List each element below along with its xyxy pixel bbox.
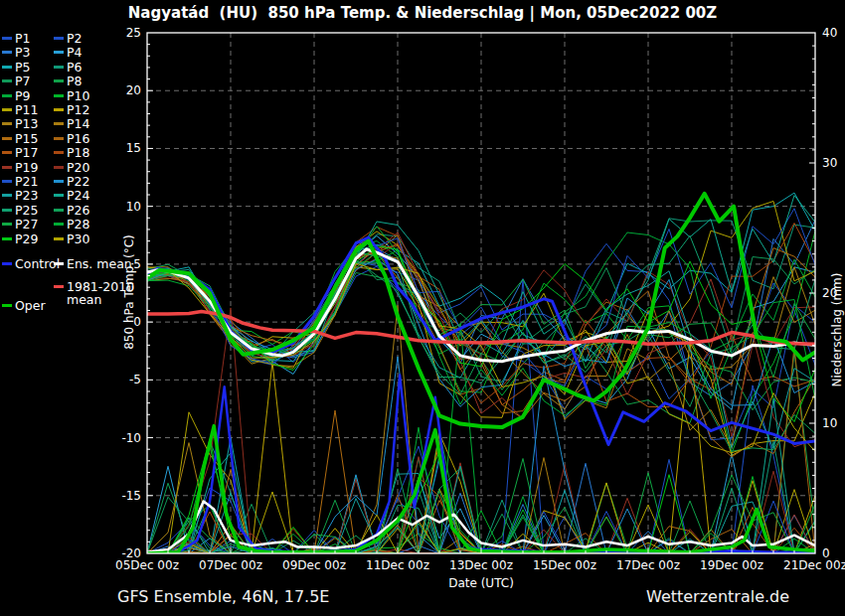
legend-item-p27-label: P27 — [15, 217, 38, 231]
legend-item-p12-swatch — [54, 108, 64, 111]
legend-item-oper-label: Oper — [15, 298, 46, 313]
y-left-axis-label: 850 hPa Temp. (°C) — [122, 193, 136, 391]
legend-item-p6-swatch — [54, 66, 64, 69]
legend-item-p20-swatch — [54, 166, 64, 169]
legend-item-p29: P29 — [2, 231, 38, 246]
legend-item-p7-swatch — [2, 79, 12, 82]
legend-item-p4-label: P4 — [67, 45, 83, 60]
gfs-ensemble-chart: Nagyatád (HU) 850 hPa Temp. & Niederschl… — [0, 0, 845, 616]
x-tick-label: 21Dec 00z — [783, 558, 845, 572]
legend-item-p5: P5 — [2, 60, 31, 75]
x-tick-label: 05Dec 00z — [115, 558, 179, 572]
legend-item-p10-label: P10 — [67, 88, 89, 103]
y-left-tick-label: -15 — [121, 489, 141, 503]
legend-item-p11-swatch — [2, 108, 12, 111]
legend-item-p17: P17 — [2, 145, 38, 160]
legend-item-p9: P9 — [2, 88, 31, 103]
y-right-axis-label: Niederschlag (mm) — [830, 221, 844, 439]
legend-item-p3-swatch — [2, 51, 12, 54]
legend-item-p12-label: P12 — [67, 102, 89, 117]
legend-item-p23-label: P23 — [15, 188, 38, 203]
grid-lines — [147, 33, 815, 553]
legend-item-p24-swatch — [54, 194, 64, 197]
legend-item-p8: P8 — [54, 74, 83, 88]
legend-item-p18-swatch — [54, 151, 64, 154]
legend-item-p26: P26 — [54, 203, 89, 218]
legend-item-p11-label: P11 — [15, 102, 38, 117]
x-tick-label: 19Dec 00z — [700, 558, 763, 572]
legend-item-p27: P27 — [2, 217, 38, 231]
x-tick-label: 09Dec 00z — [282, 558, 346, 572]
legend-item-climate-mean-swatch — [54, 285, 64, 288]
axis-ticks — [147, 45, 815, 553]
legend-item-p22-swatch — [54, 180, 64, 183]
legend-item-p30-swatch — [54, 237, 64, 240]
legend-item-p16-label: P16 — [67, 131, 89, 146]
legend-item-p24-label: P24 — [67, 188, 89, 203]
x-tick-label: 15Dec 00z — [533, 558, 596, 572]
legend-item-control: Control — [2, 256, 60, 271]
legend-item-p23: P23 — [2, 188, 38, 203]
y-left-tick-label: -10 — [121, 431, 141, 445]
legend-item-p21: P21 — [2, 174, 38, 189]
legend-item-p19-swatch — [2, 166, 12, 169]
legend-item-p27-swatch — [2, 223, 12, 226]
legend-item-p19-label: P19 — [15, 160, 38, 175]
legend-item-p10: P10 — [54, 88, 89, 103]
x-tick-label: 13Dec 00z — [449, 558, 513, 572]
footer-site-name: Wetterzentrale.de — [646, 587, 789, 606]
legend-item-p7: P7 — [2, 74, 31, 88]
legend-item-p12: P12 — [54, 102, 89, 117]
legend-item-p17-swatch — [2, 151, 12, 154]
legend-item-p14-swatch — [54, 122, 64, 125]
y-left-tick-label: 20 — [126, 83, 141, 97]
legend-item-p9-swatch — [2, 94, 12, 97]
legend-item-p24: P24 — [54, 188, 89, 203]
legend-item-p10-swatch — [54, 94, 64, 97]
legend-item-oper-swatch — [2, 304, 12, 307]
legend-item-p4-swatch — [54, 51, 64, 54]
legend: P1P2P3P4P5P6P7P8P9P10P11P12P13P14P15P16P… — [0, 0, 119, 338]
legend-item-p5-label: P5 — [15, 60, 31, 75]
legend-item-ens-mean-swatch — [54, 262, 64, 265]
legend-item-p5-swatch — [2, 66, 12, 69]
legend-item-p21-swatch — [2, 180, 12, 183]
legend-item-p22: P22 — [54, 174, 89, 189]
legend-item-p21-label: P21 — [15, 174, 38, 189]
y-left-tick-label: 25 — [126, 26, 141, 40]
legend-item-p13: P13 — [2, 116, 38, 131]
legend-item-p16-swatch — [54, 137, 64, 140]
legend-item-p2-label: P2 — [67, 31, 83, 46]
legend-item-p6: P6 — [54, 60, 83, 75]
legend-item-p16: P16 — [54, 131, 89, 146]
legend-item-p13-swatch — [2, 122, 12, 125]
member-temp-line-P4 — [147, 235, 815, 417]
legend-item-p3-label: P3 — [15, 45, 31, 60]
y-right-tick-label: 40 — [822, 26, 837, 40]
legend-item-p18: P18 — [54, 145, 89, 160]
legend-item-p1-label: P1 — [15, 31, 31, 46]
footer-model-info: GFS Ensemble, 46N, 17.5E — [117, 587, 329, 606]
legend-item-p13-label: P13 — [15, 116, 38, 131]
legend-item-oper: Oper — [2, 298, 46, 313]
legend-item-p14: P14 — [54, 116, 89, 131]
legend-item-p30: P30 — [54, 231, 89, 246]
legend-item-p1-swatch — [2, 37, 12, 40]
legend-item-p25-swatch — [2, 209, 12, 212]
legend-item-p2-swatch — [54, 37, 64, 40]
legend-item-p15-swatch — [2, 137, 12, 140]
x-tick-label: 11Dec 00z — [366, 558, 429, 572]
legend-item-p9-label: P9 — [15, 88, 31, 103]
y-left-tick-label: 15 — [126, 141, 141, 155]
legend-item-p30-label: P30 — [67, 231, 89, 246]
legend-item-p14-label: P14 — [67, 116, 89, 131]
x-tick-label: 17Dec 00z — [616, 558, 680, 572]
legend-item-p20: P20 — [54, 160, 89, 175]
legend-item-p11: P11 — [2, 102, 38, 117]
legend-item-p28-label: P28 — [67, 217, 89, 231]
legend-item-p29-label: P29 — [15, 231, 38, 246]
legend-item-p3: P3 — [2, 45, 31, 60]
y-right-tick-label: 30 — [822, 156, 837, 170]
legend-item-p28-swatch — [54, 223, 64, 226]
legend-item-ens-mean: Ens. mean — [54, 256, 132, 271]
